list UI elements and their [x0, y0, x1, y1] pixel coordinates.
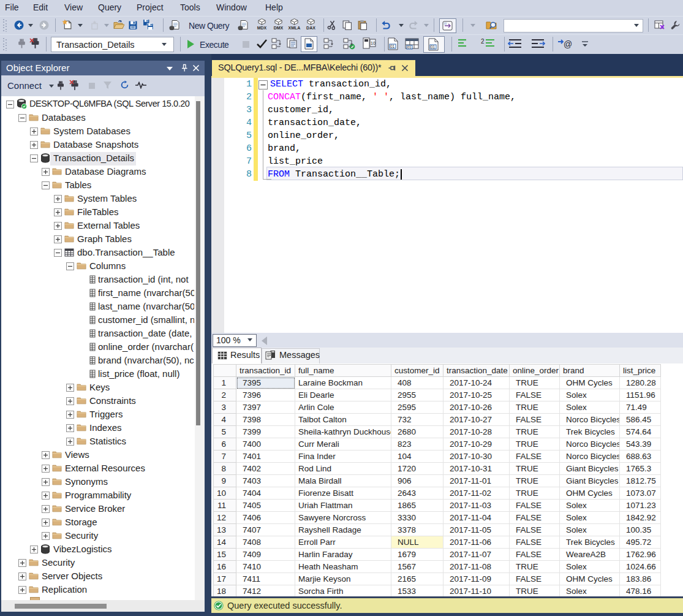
svg-text:01: 01: [407, 45, 412, 49]
svg-text:@: @: [564, 39, 572, 49]
svg-text:10: 10: [371, 41, 375, 45]
svg-text:01: 01: [431, 45, 436, 49]
svg-text:01: 01: [390, 44, 395, 48]
svg-text:2: 2: [481, 38, 485, 45]
